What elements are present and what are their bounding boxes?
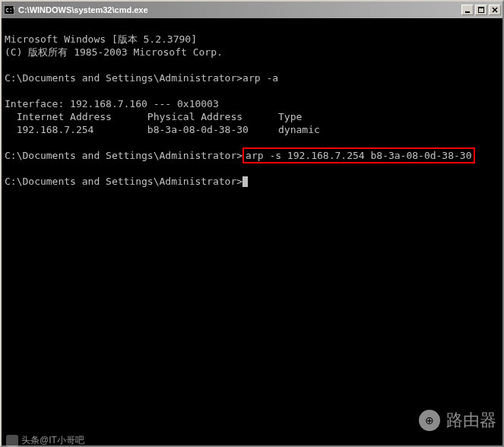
- terminal-line: Internet Address Physical Address Type: [5, 111, 302, 122]
- minimize-button[interactable]: [461, 5, 474, 15]
- terminal-line: C:\Documents and Settings\Administrator>…: [5, 150, 475, 161]
- cmd-icon: c:\: [3, 4, 15, 16]
- footer-text: 头条@IT小哥吧: [21, 434, 84, 447]
- terminal-line: (C) 版权所有 1985-2003 Microsoft Corp.: [5, 46, 223, 58]
- watermark-text: 路由器: [446, 409, 496, 432]
- terminal-line: Interface: 192.168.7.160 --- 0x10003: [5, 98, 219, 109]
- titlebar-text: C:\WINDOWS\system32\cmd.exe: [18, 5, 460, 14]
- titlebar-buttons: [460, 5, 501, 15]
- maximize-button[interactable]: [475, 5, 487, 15]
- terminal-output[interactable]: Microsoft Windows [版本 5.2.3790] (C) 版权所有…: [2, 18, 502, 445]
- cmd-window: c:\ C:\WINDOWS\system32\cmd.exe Microsof…: [0, 0, 504, 447]
- prompt: C:\Documents and Settings\Administrator>: [5, 176, 242, 187]
- close-button[interactable]: [489, 5, 501, 15]
- terminal-line: C:\Documents and Settings\Administrator>: [5, 176, 248, 187]
- terminal-line: C:\Documents and Settings\Administrator>…: [5, 72, 278, 84]
- command: arp -a: [242, 72, 278, 84]
- svg-rect-4: [478, 7, 484, 8]
- svg-text:c:\: c:\: [5, 7, 14, 14]
- prompt: C:\Documents and Settings\Administrator>: [5, 150, 242, 161]
- watermark: ⊕ 路由器: [419, 409, 496, 432]
- titlebar[interactable]: c:\ C:\WINDOWS\system32\cmd.exe: [2, 2, 502, 18]
- cursor: [242, 176, 248, 187]
- highlighted-command: arp -s 192.168.7.254 b8-3a-08-0d-38-30: [242, 147, 474, 163]
- terminal-line: 192.168.7.254 b8-3a-08-0d-38-30 dynamic: [5, 124, 320, 135]
- svg-rect-2: [465, 11, 470, 13]
- footer-logo-icon: [6, 435, 18, 447]
- watermark-logo-icon: ⊕: [419, 410, 440, 431]
- footer-tag: 头条@IT小哥吧: [6, 434, 84, 447]
- terminal-line: Microsoft Windows [版本 5.2.3790]: [5, 33, 197, 45]
- prompt: C:\Documents and Settings\Administrator>: [5, 72, 242, 84]
